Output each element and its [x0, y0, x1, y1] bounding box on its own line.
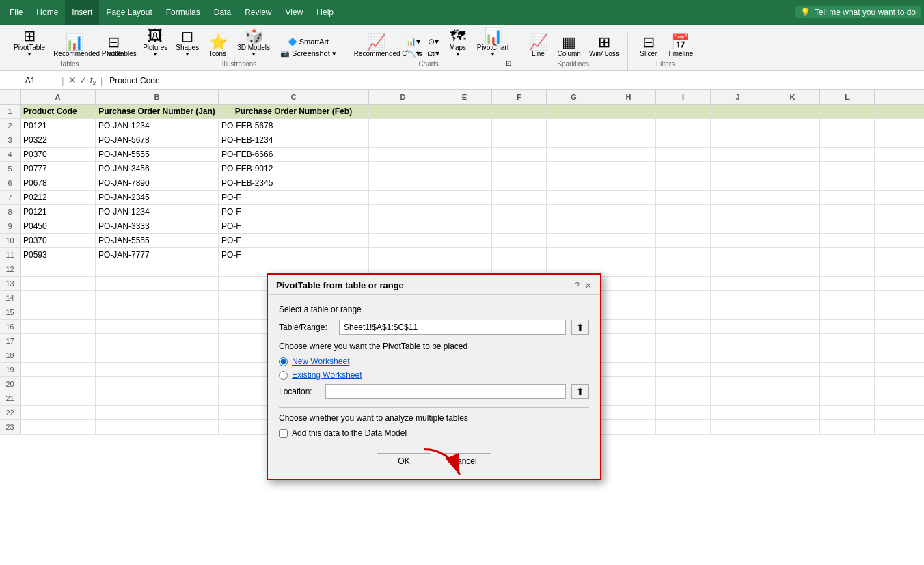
cell-l2[interactable]	[820, 119, 875, 133]
cell-h23[interactable]	[601, 420, 656, 434]
cell-b18[interactable]	[96, 348, 219, 362]
cell-k9[interactable]	[765, 219, 820, 233]
cell-a14[interactable]	[21, 291, 96, 305]
cell-c1[interactable]: Purchase Order Number (Feb)	[219, 105, 369, 118]
cell-b9[interactable]: PO-JAN-3333	[96, 219, 219, 233]
cell-e10[interactable]	[437, 234, 492, 247]
menu-file[interactable]: File	[3, 0, 29, 25]
cell-b20[interactable]	[96, 377, 219, 391]
cell-i14[interactable]	[656, 291, 711, 305]
cell-f2[interactable]	[492, 119, 547, 133]
table-button[interactable]: ⊟ Table	[100, 33, 127, 59]
cell-d4[interactable]	[369, 148, 437, 161]
cell-j8[interactable]	[711, 205, 765, 219]
cell-i19[interactable]	[656, 363, 711, 376]
cell-b12[interactable]	[96, 262, 219, 276]
cell-l7[interactable]	[820, 191, 875, 204]
bar-chart-button[interactable]: 📉▾	[404, 48, 422, 59]
cell-b4[interactable]: PO-JAN-5555	[96, 148, 219, 161]
cell-a16[interactable]	[21, 320, 96, 333]
cell-c8[interactable]: PO-F	[219, 205, 369, 219]
cell-j15[interactable]	[711, 305, 765, 319]
cell-e4[interactable]	[437, 148, 492, 161]
cell-d7[interactable]	[369, 191, 437, 204]
column-sparkline-button[interactable]: ▦ Column	[554, 33, 583, 59]
3d-models-button[interactable]: 🎲 3D Models ▾	[234, 27, 273, 59]
cell-i13[interactable]	[656, 277, 711, 290]
cell-i2[interactable]	[656, 119, 711, 133]
cell-k17[interactable]	[765, 334, 820, 348]
confirm-formula-icon[interactable]: ✓	[79, 74, 87, 87]
cell-e7[interactable]	[437, 191, 492, 204]
cell-l17[interactable]	[820, 334, 875, 348]
cell-l3[interactable]	[820, 133, 875, 147]
cell-l22[interactable]	[820, 406, 875, 419]
cell-l4[interactable]	[820, 148, 875, 161]
cell-i17[interactable]	[656, 334, 711, 348]
cell-b10[interactable]: PO-JAN-5555	[96, 234, 219, 247]
cell-j1[interactable]	[711, 105, 765, 118]
cell-b5[interactable]: PO-JAN-3456	[96, 162, 219, 176]
cell-k18[interactable]	[765, 348, 820, 362]
cell-a9[interactable]: P0450	[21, 219, 96, 233]
cell-j21[interactable]	[711, 391, 765, 405]
cancel-button[interactable]: Cancel	[437, 453, 491, 469]
cell-g2[interactable]	[547, 119, 601, 133]
cell-g9[interactable]	[547, 219, 601, 233]
icons-button[interactable]: ⭐ Icons	[204, 33, 232, 59]
cell-j11[interactable]	[711, 248, 765, 262]
cell-a4[interactable]: P0370	[21, 148, 96, 161]
recommended-charts-button[interactable]: 📈 Recommended Charts	[351, 33, 401, 59]
cell-b11[interactable]: PO-JAN-7777	[96, 248, 219, 262]
cell-j18[interactable]	[711, 348, 765, 362]
cell-a7[interactable]: P0212	[21, 191, 96, 204]
cell-k15[interactable]	[765, 305, 820, 319]
cell-i1[interactable]	[656, 105, 711, 118]
cell-f9[interactable]	[492, 219, 547, 233]
cell-h10[interactable]	[601, 234, 656, 247]
cell-i23[interactable]	[656, 420, 711, 434]
column-chart-button[interactable]: 📊▾	[404, 36, 422, 47]
cell-i15[interactable]	[656, 305, 711, 319]
cell-e9[interactable]	[437, 219, 492, 233]
cell-d6[interactable]	[369, 176, 437, 190]
cell-k6[interactable]	[765, 176, 820, 190]
cell-a23[interactable]	[21, 420, 96, 434]
pivot-table-button[interactable]: ⊞ PivotTable ▾	[11, 27, 48, 59]
cell-e2[interactable]	[437, 119, 492, 133]
dialog-help-button[interactable]: ?	[575, 281, 580, 290]
existing-worksheet-radio[interactable]	[279, 371, 288, 380]
smartart-button[interactable]: 🔷 SmartArt	[278, 37, 338, 47]
timeline-button[interactable]: 📅 Timeline	[665, 33, 696, 59]
cell-a6[interactable]: P0678	[21, 176, 96, 190]
cell-b14[interactable]	[96, 291, 219, 305]
cell-k5[interactable]	[765, 162, 820, 176]
cell-c10[interactable]: PO-F	[219, 234, 369, 247]
cell-h12[interactable]	[601, 262, 656, 276]
cell-a5[interactable]: P0777	[21, 162, 96, 176]
cell-h14[interactable]	[601, 291, 656, 305]
cell-l12[interactable]	[820, 262, 875, 276]
cell-d9[interactable]	[369, 219, 437, 233]
cell-l8[interactable]	[820, 205, 875, 219]
cell-j23[interactable]	[711, 420, 765, 434]
cell-c7[interactable]: PO-F	[219, 191, 369, 204]
cell-f11[interactable]	[492, 248, 547, 262]
pictures-button[interactable]: 🖼 Pictures ▾	[140, 27, 170, 59]
cell-h4[interactable]	[601, 148, 656, 161]
cell-h16[interactable]	[601, 320, 656, 333]
cell-h18[interactable]	[601, 348, 656, 362]
cell-k20[interactable]	[765, 377, 820, 391]
cell-j3[interactable]	[711, 133, 765, 147]
cell-k21[interactable]	[765, 391, 820, 405]
cell-f1[interactable]	[492, 105, 547, 118]
menu-home[interactable]: Home	[29, 0, 65, 25]
menu-insert[interactable]: Insert	[65, 0, 99, 25]
scatter-button[interactable]: ⊙▾	[425, 36, 441, 47]
cell-c9[interactable]: PO-F	[219, 219, 369, 233]
cell-a1[interactable]: Product Code	[21, 105, 96, 118]
cell-g5[interactable]	[547, 162, 601, 176]
cell-i11[interactable]	[656, 248, 711, 262]
cell-h19[interactable]	[601, 363, 656, 376]
cell-l6[interactable]	[820, 176, 875, 190]
